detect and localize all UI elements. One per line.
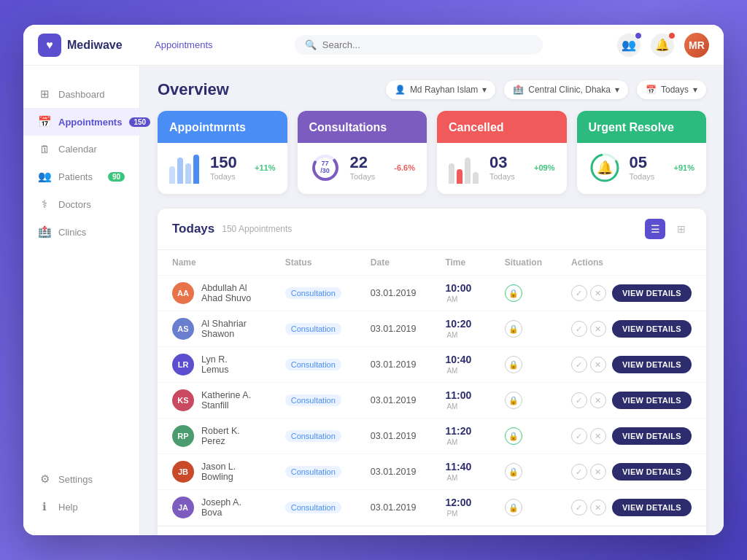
users-icon-btn[interactable]: 👥 (617, 34, 640, 57)
view-details-btn-2[interactable]: VIEW DETAILS (612, 356, 692, 373)
situation-cell-2: 🔒 (490, 347, 557, 383)
x-btn-2[interactable]: ✕ (590, 357, 606, 373)
check-btn-0[interactable]: ✓ (571, 285, 587, 301)
x-btn-3[interactable]: ✕ (590, 392, 606, 408)
appointments-badge: 150 (129, 117, 150, 127)
table-row: JA Joseph A. Bova Consultation 03.01.201… (158, 490, 706, 526)
actions-cell-6: ✓ ✕ VIEW DETAILS (557, 490, 706, 526)
view-details-btn-3[interactable]: VIEW DETAILS (612, 392, 692, 409)
x-btn-5[interactable]: ✕ (590, 464, 606, 480)
x-btn-1[interactable]: ✕ (590, 321, 606, 337)
status-badge-1: Consultation (285, 323, 341, 335)
check-btn-6[interactable]: ✓ (571, 499, 587, 516)
patient-name-0: Abdullah Al Ahad Shuvo (201, 283, 256, 303)
patient-cell-3: KS Katherine A. Stanfill (158, 383, 271, 419)
cancelled-count: 03 (489, 155, 525, 171)
table-row: AS Al Shahriar Shawon Consultation 03.01… (158, 311, 706, 347)
check-btn-3[interactable]: ✓ (571, 392, 587, 408)
situation-icon-6: 🔒 (505, 499, 522, 516)
cancelled-nums: 03 Todays (489, 155, 525, 181)
table-row: AA Abdullah Al Ahad Shuvo Consultation 0… (158, 276, 706, 311)
sidebar-item-dashboard[interactable]: ⊞ Dashboard (23, 80, 139, 108)
view-details-btn-6[interactable]: VIEW DETAILS (612, 499, 692, 516)
check-btn-1[interactable]: ✓ (571, 321, 587, 337)
heart-icon: ♥ (46, 39, 53, 52)
check-btn-5[interactable]: ✓ (571, 464, 587, 480)
search-input[interactable] (322, 39, 533, 50)
appointments-nums: 150 Todays (210, 155, 246, 181)
consultations-count: 22 (350, 155, 386, 171)
urgent-change: +91% (674, 163, 694, 172)
app-shell: ♥ Mediwave Appointments 🔍 👥 🔔 MR ⊞ (23, 25, 724, 535)
doctor-filter-label: Md Rayhan Islam (410, 85, 478, 95)
appointments-table-section: Todays 150 Appointments ☰ ⊞ Nam (158, 209, 706, 535)
view-details-btn-4[interactable]: VIEW DETAILS (612, 427, 692, 445)
users-icon: 👥 (622, 38, 636, 52)
actions-cell-0: ✓ ✕ VIEW DETAILS (557, 276, 706, 311)
sidebar-item-patients[interactable]: 👥 Patients 90 (23, 163, 139, 190)
situation-cell-3: 🔒 (490, 383, 557, 419)
col-name: Name (158, 250, 271, 276)
table-row: JB Jason L. Bowling Consultation 03.01.2… (158, 454, 706, 490)
patient-name-2: Lyn R. Lemus (201, 354, 256, 375)
situation-icon-3: 🔒 (505, 392, 522, 409)
grid-view-btn[interactable]: ⊞ (671, 219, 692, 239)
cancelled-card: Cancelled 03 Todays +09% (437, 111, 567, 194)
col-time: Time (430, 250, 489, 276)
situation-cell-4: 🔒 (490, 419, 557, 454)
patient-cell-6: JA Joseph A. Bova (158, 490, 271, 526)
calendar-icon: 🗓 (38, 143, 51, 155)
patient-name-3: Katherine A. Stanfill (201, 390, 256, 411)
urgent-period: Todays (630, 172, 665, 181)
patient-name-5: Jason L. Bowling (201, 462, 256, 482)
check-btn-2[interactable]: ✓ (571, 357, 587, 373)
consultations-change: -6.6% (394, 163, 415, 172)
col-date: Date (356, 250, 431, 276)
check-btn-4[interactable]: ✓ (571, 428, 587, 444)
patient-cell-5: JB Jason L. Bowling (158, 454, 271, 490)
patient-cell-0: AA Abdullah Al Ahad Shuvo (158, 276, 271, 311)
sidebar-label-dashboard: Dashboard (58, 89, 105, 100)
patient-name-1: Al Shahriar Shawon (201, 319, 256, 339)
view-details-btn-5[interactable]: VIEW DETAILS (612, 463, 692, 481)
status-cell-3: Consultation (271, 383, 356, 419)
period-filter[interactable]: 📅 Todays ▾ (637, 80, 706, 99)
view-details-btn-1[interactable]: VIEW DETAILS (612, 320, 692, 338)
x-btn-4[interactable]: ✕ (590, 428, 606, 444)
sidebar-item-doctors[interactable]: ⚕ Doctors (23, 190, 139, 218)
sidebar-label-doctors: Doctors (58, 199, 91, 210)
status-badge-3: Consultation (285, 394, 341, 406)
action-icons-4: ✓ ✕ (571, 428, 606, 444)
x-btn-6[interactable]: ✕ (590, 499, 606, 516)
table-title: Todays (172, 222, 214, 236)
consultations-period: Todays (350, 172, 386, 181)
settings-icon: ⚙ (38, 472, 51, 486)
patient-avatar-4: RP (172, 425, 194, 447)
table-header: Todays 150 Appointments ☰ ⊞ (158, 209, 706, 250)
status-cell-0: Consultation (271, 276, 356, 311)
urgent-visual: 🔔 (589, 152, 621, 184)
col-situation: Situation (490, 250, 557, 276)
patient-avatar-6: JA (172, 497, 194, 518)
list-view-btn[interactable]: ☰ (645, 219, 665, 239)
action-icons-5: ✓ ✕ (571, 464, 606, 480)
patient-avatar-2: LR (172, 354, 194, 376)
sidebar-label-appointments: Appointments (58, 117, 122, 128)
x-btn-0[interactable]: ✕ (590, 285, 606, 301)
clinics-icon: 🏥 (38, 225, 51, 238)
avatar[interactable]: MR (684, 33, 709, 58)
clinic-filter[interactable]: 🏥 Central Clinic, Dhaka ▾ (504, 80, 628, 99)
sidebar-item-clinics[interactable]: 🏥 Clinics (23, 218, 139, 246)
sidebar-item-help[interactable]: ℹ Help (23, 493, 139, 521)
sidebar-item-appointments[interactable]: 📅 Appointments 150 (23, 108, 139, 136)
sidebar-item-settings[interactable]: ⚙ Settings (23, 465, 139, 493)
doctor-filter[interactable]: 👤 Md Rayhan Islam ▾ (386, 80, 495, 99)
bell-icon-btn[interactable]: 🔔 (651, 34, 674, 57)
nav-appointments-link[interactable]: Appointments (147, 39, 220, 50)
view-details-btn-0[interactable]: VIEW DETAILS (612, 284, 692, 302)
cancelled-card-body: 03 Todays +09% (437, 143, 567, 194)
date-cell-4: 03.01.2019 (356, 419, 431, 454)
status-badge-2: Consultation (285, 359, 341, 370)
situation-icon-0: 🔒 (505, 284, 522, 302)
sidebar-item-calendar[interactable]: 🗓 Calendar (23, 136, 139, 163)
